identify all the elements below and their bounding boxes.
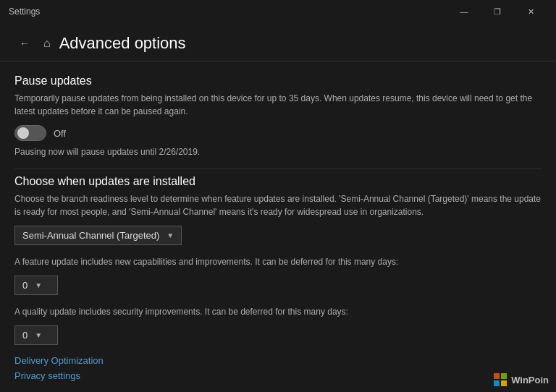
- pause-updates-title: Pause updates: [14, 74, 542, 88]
- pause-updates-description: Temporarily pause updates from being ins…: [14, 92, 542, 118]
- settings-title: Settings: [9, 7, 40, 17]
- choose-updates-description: Choose the branch readiness level to det…: [14, 192, 542, 218]
- choose-updates-section: Choose when updates are installed Choose…: [14, 175, 542, 345]
- channel-dropdown-value: Semi-Annual Channel (Targeted): [22, 230, 159, 241]
- choose-updates-title: Choose when updates are installed: [14, 175, 542, 188]
- content-area: Pause updates Temporarily pause updates …: [0, 61, 556, 388]
- toggle-knob: [17, 127, 29, 139]
- toggle-label: Off: [54, 128, 66, 139]
- svg-rect-0: [494, 373, 500, 379]
- title-bar: Settings — ❐ ✕: [0, 0, 556, 23]
- winpoin-text: WinPoin: [511, 375, 549, 385]
- maximize-button[interactable]: ❐: [481, 0, 514, 23]
- page-header: ← ⌂ Advanced options: [0, 23, 556, 61]
- page-title: Advanced options: [59, 34, 186, 53]
- pause-updates-section: Pause updates Temporarily pause updates …: [14, 74, 542, 157]
- quality-update-value: 0: [22, 330, 28, 341]
- winpoin-logo-svg: [494, 373, 507, 386]
- back-button[interactable]: ←: [14, 33, 35, 54]
- svg-rect-3: [501, 380, 507, 386]
- close-button[interactable]: ✕: [514, 0, 547, 23]
- delivery-optimization-link[interactable]: Delivery Optimization: [14, 355, 542, 366]
- pause-note: Pausing now will pause updates until 2/2…: [14, 147, 542, 157]
- home-icon: ⌂: [43, 37, 51, 50]
- feature-update-dropdown[interactable]: 0 ▼: [14, 276, 58, 295]
- pause-updates-toggle[interactable]: [14, 125, 46, 141]
- feature-update-label: A feature update includes new capabiliti…: [14, 255, 542, 268]
- svg-rect-2: [494, 380, 500, 386]
- channel-dropdown[interactable]: Semi-Annual Channel (Targeted) ▼: [14, 226, 182, 245]
- quality-update-label: A quality update includes security impro…: [14, 305, 542, 318]
- privacy-settings-link[interactable]: Privacy settings: [14, 370, 542, 381]
- section-divider: [14, 169, 542, 169]
- feature-update-value: 0: [22, 280, 28, 291]
- toggle-row: Off: [14, 125, 542, 141]
- channel-dropdown-arrow: ▼: [167, 231, 174, 239]
- svg-rect-1: [501, 373, 507, 379]
- quality-update-dropdown[interactable]: 0 ▼: [14, 325, 58, 345]
- minimize-button[interactable]: —: [447, 0, 481, 23]
- quality-dropdown-arrow: ▼: [35, 331, 42, 339]
- winpoin-logo: [494, 373, 507, 386]
- title-bar-left: Settings: [9, 7, 40, 17]
- feature-dropdown-arrow: ▼: [35, 281, 42, 289]
- watermark: WinPoin: [494, 373, 549, 386]
- title-bar-controls: — ❐ ✕: [447, 0, 547, 23]
